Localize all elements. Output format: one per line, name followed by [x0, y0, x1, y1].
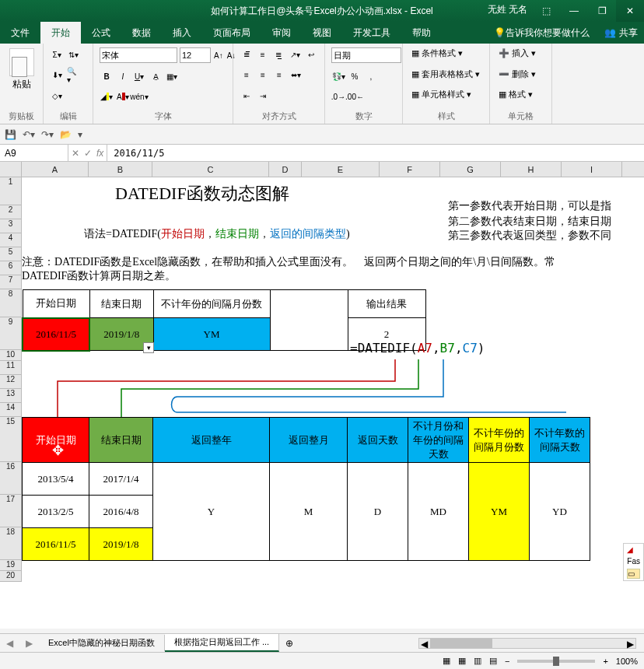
italic-icon[interactable]: I — [116, 69, 130, 83]
col-A[interactable]: A — [22, 162, 89, 177]
row-5[interactable]: 5 — [0, 247, 22, 261]
row-16[interactable]: 16 — [0, 462, 22, 495]
wrap-icon[interactable]: ↩ — [304, 47, 318, 61]
sheet-tab-2[interactable]: 根据指定日期返回工作 ... — [165, 634, 279, 652]
col-H[interactable]: H — [501, 162, 562, 177]
name-box[interactable]: A9 — [0, 145, 68, 161]
fill-color-icon[interactable]: ◢▾ — [100, 89, 114, 103]
row-8[interactable]: 8 — [0, 289, 22, 317]
row-14[interactable]: 14 — [0, 403, 22, 417]
phonetic-icon[interactable]: wén▾ — [132, 89, 146, 103]
new-sheet-icon[interactable]: ⊕ — [279, 638, 299, 649]
cell-style-button[interactable]: ▦ 单元格样式 ▾ — [409, 88, 483, 101]
autosum-icon[interactable]: Σ▾ — [50, 47, 64, 61]
col-E[interactable]: E — [302, 162, 380, 177]
share-button[interactable]: 👥 共享 — [604, 26, 638, 40]
sheet-tab-1[interactable]: Excel中隐藏的神秘日期函数 — [39, 635, 165, 651]
indent-inc-icon[interactable]: ⇥ — [256, 89, 270, 103]
zoom-level[interactable]: 100% — [616, 657, 638, 666]
fast-panel[interactable]: ◢Fas ▭ — [623, 543, 644, 581]
tab-dev[interactable]: 开发工具 — [342, 22, 401, 44]
grow-font-icon[interactable]: A↑ — [213, 48, 224, 62]
tab-formulas[interactable]: 公式 — [81, 22, 121, 44]
sheet-nav-next-icon[interactable]: ▶ — [19, 638, 39, 649]
row-1[interactable]: 1 — [0, 177, 22, 205]
row-9[interactable]: 9 — [0, 317, 22, 350]
row-20[interactable]: 20 — [0, 571, 22, 582]
fill-icon[interactable]: ⬇▾ — [50, 68, 64, 82]
row-11[interactable]: 11 — [0, 361, 22, 375]
minimize-icon[interactable]: — — [560, 0, 588, 22]
sort-filter-icon[interactable]: ⇅▾ — [66, 47, 80, 61]
paste-button[interactable]: 粘贴 — [6, 47, 37, 91]
row-18[interactable]: 18 — [0, 527, 22, 560]
font-color-icon[interactable]: A▾ — [116, 89, 130, 103]
tab-home[interactable]: 开始 — [40, 22, 81, 44]
align-left-icon[interactable]: ≡ — [240, 68, 254, 82]
row-4[interactable]: 4 — [0, 233, 22, 247]
redo-icon[interactable]: ↷▾ — [41, 129, 54, 140]
worksheet[interactable]: A B C D E F G H I 1 2 3 4 5 6 7 8 9 10 1… — [0, 162, 644, 629]
col-I[interactable]: I — [562, 162, 622, 177]
border-icon[interactable]: ▦▾ — [165, 69, 179, 83]
row-7[interactable]: 7 — [0, 275, 22, 289]
ruby-icon[interactable]: A̤ — [149, 69, 163, 83]
font-size-select[interactable] — [180, 47, 211, 63]
find-icon[interactable]: 🔍▾ — [66, 68, 80, 82]
zoom-slider[interactable] — [517, 660, 595, 663]
open-icon[interactable]: 📂 — [60, 129, 72, 140]
row-6[interactable]: 6 — [0, 261, 22, 275]
inc-decimal-icon[interactable]: .0→ — [331, 89, 345, 103]
scrollbar-thumb[interactable] — [430, 639, 492, 648]
row-10[interactable]: 10 — [0, 350, 22, 361]
save-icon[interactable]: 💾 — [5, 129, 16, 140]
number-format-select[interactable] — [331, 47, 401, 63]
col-B[interactable]: B — [89, 162, 152, 177]
delete-cells-button[interactable]: ➖ 删除 ▾ — [496, 68, 545, 81]
indent-dec-icon[interactable]: ⇤ — [240, 89, 254, 103]
fx-icon[interactable]: fx — [96, 148, 103, 159]
col-F[interactable]: F — [380, 162, 440, 177]
horizontal-scrollbar[interactable]: ◀ ▶ — [418, 638, 636, 649]
cell-A9[interactable]: 2016/11/5 — [23, 318, 89, 351]
tab-layout[interactable]: 页面布局 — [202, 22, 261, 44]
format-cells-button[interactable]: ▦ 格式 ▾ — [496, 88, 545, 101]
row-13[interactable]: 13 — [0, 389, 22, 403]
close-icon[interactable]: ✕ — [616, 0, 644, 22]
zoom-out-button[interactable]: − — [505, 657, 509, 666]
undo-icon[interactable]: ↶▾ — [23, 129, 35, 140]
row-17[interactable]: 17 — [0, 495, 22, 527]
col-D[interactable]: D — [269, 162, 302, 177]
format-table-button[interactable]: ▦ 套用表格格式 ▾ — [409, 68, 483, 81]
percent-icon[interactable]: % — [348, 69, 362, 83]
user-name[interactable]: 无姓 无名 — [488, 3, 527, 16]
tab-review[interactable]: 审阅 — [261, 22, 302, 44]
row-3[interactable]: 3 — [0, 219, 22, 233]
align-bottom-icon[interactable]: ≡̲ — [272, 47, 286, 61]
tab-view[interactable]: 视图 — [302, 22, 342, 44]
sheet-nav-prev-icon[interactable]: ◀ — [0, 638, 19, 649]
align-center-icon[interactable]: ≡ — [256, 68, 270, 82]
merge-icon[interactable]: ⬌▾ — [289, 68, 303, 82]
underline-icon[interactable]: U▾ — [132, 69, 146, 83]
row-15[interactable]: 15 — [0, 417, 22, 462]
orient-icon[interactable]: ↗▾ — [288, 47, 302, 61]
row-12[interactable]: 12 — [0, 375, 22, 389]
cancel-icon[interactable]: ✕ — [72, 148, 79, 159]
align-middle-icon[interactable]: ≡ — [256, 47, 270, 61]
view-layout-icon[interactable]: ▥ — [474, 656, 481, 666]
conditional-format-button[interactable]: ▦ 条件格式 ▾ — [409, 47, 483, 60]
tab-data[interactable]: 数据 — [121, 22, 162, 44]
view-break-icon[interactable]: ▤ — [489, 656, 497, 666]
zoom-in-button[interactable]: + — [603, 657, 607, 666]
col-G[interactable]: G — [440, 162, 501, 177]
ribbon-options-icon[interactable]: ⬚ — [532, 0, 560, 22]
tell-me[interactable]: 💡 告诉我你想要做什么 — [494, 26, 590, 40]
th2-0[interactable]: 开始日期✥ — [23, 418, 89, 463]
formula-input[interactable]: 2016/11/5 — [107, 148, 644, 159]
align-top-icon[interactable]: ≡̅ — [240, 47, 254, 61]
tab-insert[interactable]: 插入 — [162, 22, 202, 44]
font-select[interactable] — [100, 47, 177, 63]
clear-icon[interactable]: ◇▾ — [50, 89, 64, 103]
dropdown-arrow-icon[interactable]: ▾ — [143, 342, 154, 353]
